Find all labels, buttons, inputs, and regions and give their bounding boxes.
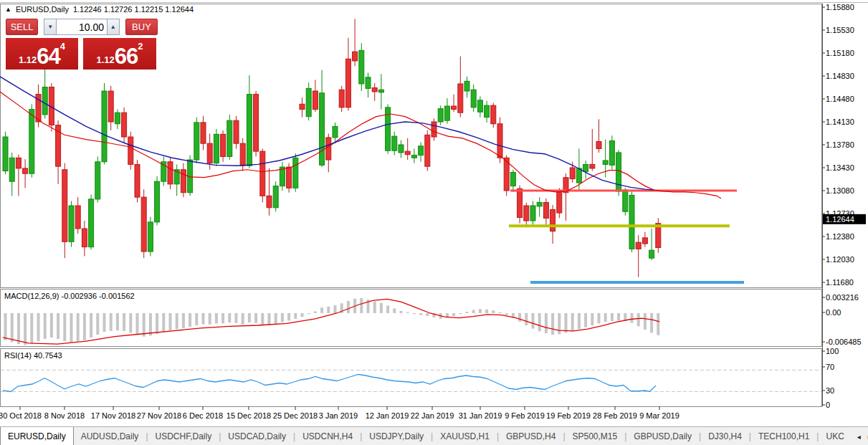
spacer bbox=[38, 19, 44, 35]
svg-text:19 Feb 2019: 19 Feb 2019 bbox=[546, 411, 591, 420]
macd-axis-label: 0.00 bbox=[826, 308, 841, 317]
svg-text:1.14830: 1.14830 bbox=[826, 72, 854, 80]
tab-scroll-controls: ◂▸ bbox=[852, 427, 868, 445]
chart-tab-bar: EURUSD,DailyAUDUSD,Daily|USDCHF,Daily|US… bbox=[0, 426, 868, 445]
svg-text:30 Oct 2018: 30 Oct 2018 bbox=[0, 411, 42, 420]
chart-tab-tech100-h1[interactable]: TECH100,H1 bbox=[751, 427, 816, 445]
chart-symbol-label: EURUSD,Daily bbox=[16, 5, 69, 14]
chart-tab-usdjpy-daily[interactable]: USDJPY,Daily bbox=[362, 427, 431, 445]
sell-price-prefix: 1.12 bbox=[19, 53, 37, 67]
svg-text:1.12380: 1.12380 bbox=[826, 232, 854, 241]
svg-text:1.14480: 1.14480 bbox=[826, 95, 854, 103]
one-click-trading-panel: SELL ▼ ▲ BUY 1.12 64 4 1.12 66 2 bbox=[6, 19, 158, 70]
svg-text:27 Nov 2018: 27 Nov 2018 bbox=[137, 411, 181, 420]
svg-text:12 Jan 2019: 12 Jan 2019 bbox=[366, 411, 409, 420]
chart-tab-sp500-m15[interactable]: SP500,M15 bbox=[566, 427, 625, 445]
sell-price-big: 64 bbox=[37, 45, 59, 67]
svg-text:22 Jan 2019: 22 Jan 2019 bbox=[411, 411, 454, 420]
svg-text:1.15880: 1.15880 bbox=[826, 3, 854, 11]
tab-scroll-left-icon[interactable]: ◂ bbox=[857, 433, 861, 441]
svg-text:1.15180: 1.15180 bbox=[826, 49, 854, 57]
volume-decrease-button[interactable]: ▼ bbox=[44, 19, 57, 35]
macd-axis-label: -0.006485 bbox=[826, 338, 862, 346]
sell-price-pip: 4 bbox=[60, 42, 65, 51]
svg-text:25 Dec 2018: 25 Dec 2018 bbox=[273, 411, 318, 420]
spacer bbox=[120, 19, 125, 35]
collapse-quote-icon[interactable]: ▲ bbox=[5, 6, 11, 13]
time-axis: 30 Oct 20188 Nov 201817 Nov 201827 Nov 2… bbox=[0, 406, 679, 420]
macd-indicator-label: MACD(12,26,9) -0.002936 -0.001562 bbox=[4, 292, 135, 300]
chart-tab-dj30-h4[interactable]: DJ30,H4 bbox=[701, 427, 749, 445]
price-axis: 1.158801.155301.151801.148301.144801.141… bbox=[822, 3, 854, 287]
buy-button[interactable]: BUY bbox=[125, 19, 158, 35]
chart-tab-ukc[interactable]: UKC bbox=[819, 427, 851, 445]
svg-text:1.15530: 1.15530 bbox=[826, 26, 854, 34]
chart-tab-usdchf-daily[interactable]: USDCHF,Daily bbox=[148, 427, 219, 445]
volume-input[interactable] bbox=[57, 19, 107, 35]
svg-text:1.13430: 1.13430 bbox=[826, 163, 854, 172]
rsi-indicator-label: RSI(14) 40.7543 bbox=[4, 351, 62, 360]
buy-price-pip: 2 bbox=[138, 42, 143, 51]
sell-button[interactable]: SELL bbox=[6, 19, 38, 35]
sell-price-box[interactable]: 1.12 64 4 bbox=[6, 38, 78, 70]
trading-terminal-window: 1.158801.155301.151801.148301.144801.141… bbox=[0, 0, 868, 445]
buy-price-prefix: 1.12 bbox=[96, 53, 114, 67]
svg-text:8 Nov 2018: 8 Nov 2018 bbox=[44, 411, 85, 420]
chart-title-row: ▲ EURUSD,Daily 1.12246 1.12726 1.12215 1… bbox=[5, 5, 194, 14]
chart-tab-gbpusd-h4[interactable]: GBPUSD,H4 bbox=[499, 427, 563, 445]
panel-frame-2 bbox=[1, 349, 822, 407]
buy-price-big: 66 bbox=[115, 45, 138, 67]
chart-tab-usdcad-daily[interactable]: USDCAD,Daily bbox=[221, 427, 293, 445]
svg-text:1.11680: 1.11680 bbox=[826, 278, 854, 287]
svg-text:31 Jan 2019: 31 Jan 2019 bbox=[459, 411, 502, 420]
chart-tab-gbpusd-daily[interactable]: GBPUSD,Daily bbox=[626, 427, 699, 445]
chart-ohlc-values: 1.12246 1.12726 1.12215 1.12644 bbox=[73, 5, 194, 14]
rsi-axis-label: 100 bbox=[826, 347, 839, 355]
svg-text:1.13780: 1.13780 bbox=[826, 140, 854, 149]
svg-text:6 Dec 2018: 6 Dec 2018 bbox=[183, 411, 223, 420]
chart-tab-eurusd-daily[interactable]: EURUSD,Daily bbox=[0, 427, 74, 445]
chart-tab-usdcnh-h4[interactable]: USDCNH,H4 bbox=[295, 427, 360, 445]
svg-text:28 Feb 2019: 28 Feb 2019 bbox=[593, 411, 637, 420]
rsi-axis-label: 0 bbox=[826, 401, 830, 409]
current-price-value: 1.12644 bbox=[826, 215, 854, 224]
buy-price-box[interactable]: 1.12 66 2 bbox=[83, 38, 156, 70]
volume-increase-button[interactable]: ▲ bbox=[107, 19, 120, 35]
chart-tab-audusd-daily[interactable]: AUDUSD,Daily bbox=[74, 427, 146, 445]
svg-text:15 Dec 2018: 15 Dec 2018 bbox=[226, 411, 271, 420]
svg-text:1.13080: 1.13080 bbox=[826, 186, 854, 195]
rsi-axis-label: 30 bbox=[826, 386, 834, 395]
macd-axis-label: 0.003216 bbox=[826, 293, 859, 302]
svg-text:3 Jan 2019: 3 Jan 2019 bbox=[319, 411, 358, 420]
chart-tab-xauusd-h1[interactable]: XAUUSD,H1 bbox=[433, 427, 497, 445]
svg-text:1.12030: 1.12030 bbox=[826, 255, 854, 264]
svg-text:1.14130: 1.14130 bbox=[826, 118, 854, 126]
svg-text:9 Mar 2019: 9 Mar 2019 bbox=[639, 411, 679, 420]
svg-text:9 Feb 2019: 9 Feb 2019 bbox=[505, 411, 545, 420]
svg-text:17 Nov 2018: 17 Nov 2018 bbox=[91, 411, 135, 420]
rsi-axis-label: 70 bbox=[826, 363, 834, 371]
